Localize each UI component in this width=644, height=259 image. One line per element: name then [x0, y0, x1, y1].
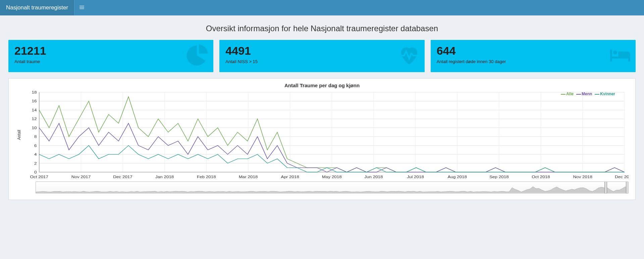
svg-text:Mar 2018: Mar 2018	[239, 175, 258, 179]
svg-text:6: 6	[34, 144, 37, 148]
svg-text:10: 10	[32, 126, 37, 130]
stat-value: 644	[437, 45, 630, 57]
svg-text:Oct 2018: Oct 2018	[532, 175, 550, 179]
svg-text:May 2018: May 2018	[322, 175, 342, 179]
svg-text:16: 16	[32, 99, 37, 104]
chart-body: Alle Menn Kvinner Antall 024681012141618…	[15, 90, 629, 194]
heartbeat-icon	[397, 44, 421, 69]
stat-label: Antall NISS > 15	[225, 59, 418, 64]
range-handle-right[interactable]	[626, 182, 629, 194]
stat-label: Antall traume	[14, 59, 207, 64]
svg-text:Apr 2018: Apr 2018	[281, 175, 299, 179]
legend-menn[interactable]: Menn	[576, 92, 592, 96]
svg-text:4: 4	[34, 152, 37, 157]
top-nav: Nasjonalt traumeregister	[0, 0, 644, 15]
bed-icon	[608, 44, 632, 69]
range-mini-chart	[36, 182, 628, 193]
svg-rect-1	[79, 7, 84, 7]
pie-chart-icon	[186, 44, 210, 69]
svg-text:Dec 2017: Dec 2017	[113, 175, 132, 179]
stat-dode30: 644 Antall registert døde innen 30 dager	[431, 40, 636, 72]
svg-text:18: 18	[32, 90, 37, 95]
svg-text:Nov 2018: Nov 2018	[573, 175, 592, 179]
svg-text:0: 0	[34, 170, 37, 174]
svg-text:Sep 2018: Sep 2018	[489, 175, 509, 179]
stat-value: 21211	[14, 45, 207, 57]
stat-label: Antall registert døde innen 30 dager	[437, 59, 630, 64]
stat-niss15: 4491 Antall NISS > 15	[219, 40, 424, 72]
app-brand[interactable]: Nasjonalt traumeregister	[0, 0, 74, 15]
page-content: Oversikt informasjon for hele Nasjonalt …	[0, 15, 644, 208]
svg-text:2: 2	[34, 161, 37, 166]
svg-text:8: 8	[34, 135, 37, 139]
svg-rect-2	[79, 8, 84, 9]
stat-traume: 21211 Antall traume	[8, 40, 213, 72]
svg-text:Jun 2018: Jun 2018	[364, 175, 383, 179]
chart-card: Antall Traume per dag og kjønn Alle Menn…	[8, 78, 636, 200]
range-selector[interactable]	[36, 182, 629, 194]
svg-text:Jan 2018: Jan 2018	[155, 175, 174, 179]
svg-rect-0	[79, 6, 84, 6]
svg-text:Jul 2018: Jul 2018	[407, 175, 424, 179]
svg-text:Nov 2017: Nov 2017	[71, 175, 91, 179]
hamburger-icon	[79, 5, 84, 11]
stat-row: 21211 Antall traume 4491 Antall NISS > 1…	[8, 40, 636, 72]
legend-alle[interactable]: Alle	[561, 92, 574, 96]
svg-text:14: 14	[32, 108, 37, 112]
svg-text:12: 12	[32, 117, 37, 121]
page-title: Oversikt informasjon for hele Nasjonalt …	[8, 24, 636, 33]
range-handle-left[interactable]	[604, 182, 607, 194]
menu-toggle-button[interactable]	[74, 0, 89, 15]
y-axis-label: Antall	[15, 90, 23, 180]
stat-value: 4491	[225, 45, 418, 57]
svg-text:Aug 2018: Aug 2018	[447, 175, 467, 179]
chart-title: Antall Traume per dag og kjønn	[15, 83, 629, 88]
svg-text:Dec 2018: Dec 2018	[615, 175, 629, 179]
line-chart[interactable]: 024681012141618Oct 2017Nov 2017Dec 2017J…	[23, 90, 629, 180]
svg-text:Oct 2017: Oct 2017	[30, 175, 49, 179]
legend-kvinner[interactable]: Kvinner	[595, 92, 615, 96]
svg-text:Feb 2018: Feb 2018	[197, 175, 216, 179]
chart-legend: Alle Menn Kvinner	[561, 92, 615, 96]
